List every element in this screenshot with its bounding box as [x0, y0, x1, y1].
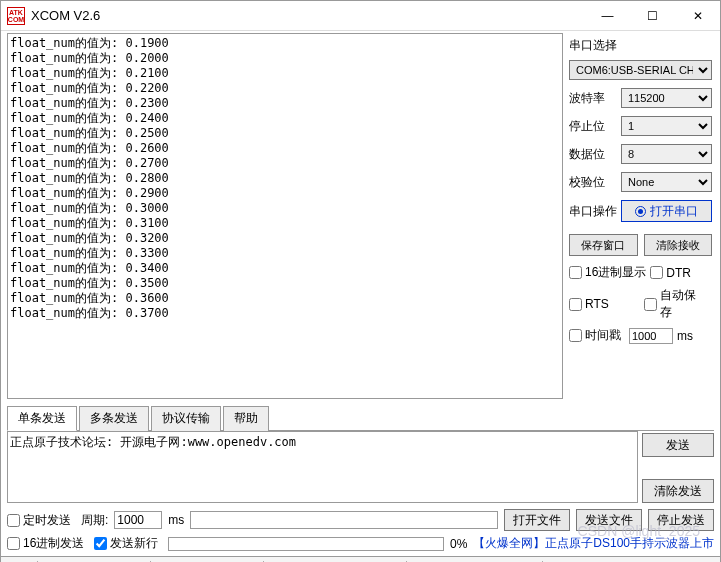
stopbit-select[interactable]: 1 [621, 116, 712, 136]
app-icon: ATKCOM [7, 7, 25, 25]
period-ms-label: ms [168, 513, 184, 527]
clear-recv-button[interactable]: 清除接收 [644, 234, 713, 256]
promo-link[interactable]: 【火爆全网】正点原子DS100手持示波器上市 [473, 535, 714, 552]
tab-multi-send[interactable]: 多条发送 [79, 406, 149, 431]
progress-percent: 0% [450, 537, 467, 551]
dtr-checkbox[interactable]: DTR [650, 264, 691, 281]
baud-label: 波特率 [569, 90, 617, 107]
timestamp-interval-input[interactable] [629, 328, 673, 344]
output-line: float_num的值为: 0.3000 [10, 201, 560, 216]
minimize-button[interactable]: — [585, 2, 630, 30]
file-path-input[interactable] [190, 511, 498, 529]
parity-select[interactable]: None [621, 172, 712, 192]
send-textarea[interactable]: 正点原子技术论坛: 开源电子网:www.openedv.com [7, 431, 638, 503]
period-label: 周期: [81, 512, 108, 529]
output-textarea[interactable]: float_num的值为: 0.1900float_num的值为: 0.2000… [7, 33, 563, 399]
output-line: float_num的值为: 0.3400 [10, 261, 560, 276]
autosave-checkbox[interactable]: 自动保存 [644, 287, 708, 321]
output-line: float_num的值为: 0.2600 [10, 141, 560, 156]
period-input[interactable] [114, 511, 162, 529]
output-line: float_num的值为: 0.2500 [10, 126, 560, 141]
maximize-button[interactable]: ☐ [630, 2, 675, 30]
hex-display-checkbox[interactable]: 16进制显示 [569, 264, 646, 281]
save-window-button[interactable]: 保存窗口 [569, 234, 638, 256]
send-newline-checkbox[interactable]: 发送新行 [94, 535, 158, 552]
output-line: float_num的值为: 0.3300 [10, 246, 560, 261]
progress-bar [168, 537, 444, 551]
output-line: float_num的值为: 0.2300 [10, 96, 560, 111]
output-line: float_num的值为: 0.2800 [10, 171, 560, 186]
send-button[interactable]: 发送 [642, 433, 714, 457]
timestamp-checkbox[interactable]: 时间戳 [569, 327, 621, 344]
port-op-label: 串口操作 [569, 203, 617, 220]
stopbit-label: 停止位 [569, 118, 617, 135]
hex-send-checkbox[interactable]: 16进制发送 [7, 535, 84, 552]
output-line: float_num的值为: 0.2700 [10, 156, 560, 171]
output-line: float_num的值为: 0.3100 [10, 216, 560, 231]
close-button[interactable]: ✕ [675, 2, 720, 30]
open-file-button[interactable]: 打开文件 [504, 509, 570, 531]
stop-send-button[interactable]: 停止发送 [648, 509, 714, 531]
output-line: float_num的值为: 0.1900 [10, 36, 560, 51]
output-line: float_num的值为: 0.2100 [10, 66, 560, 81]
output-line: float_num的值为: 0.2900 [10, 186, 560, 201]
timed-send-checkbox[interactable]: 定时发送 [7, 512, 71, 529]
port-status-icon [635, 206, 646, 217]
baud-select[interactable]: 115200 [621, 88, 712, 108]
output-line: float_num的值为: 0.2000 [10, 51, 560, 66]
send-file-button[interactable]: 发送文件 [576, 509, 642, 531]
output-line: float_num的值为: 0.2400 [10, 111, 560, 126]
output-line: float_num的值为: 0.2200 [10, 81, 560, 96]
rts-checkbox[interactable]: RTS [569, 287, 640, 321]
databit-select[interactable]: 8 [621, 144, 712, 164]
clear-send-button[interactable]: 清除发送 [642, 479, 714, 503]
output-line: float_num的值为: 0.3200 [10, 231, 560, 246]
port-section-title: 串口选择 [569, 37, 712, 54]
port-select[interactable]: COM6:USB-SERIAL CH340 [569, 60, 712, 80]
parity-label: 校验位 [569, 174, 617, 191]
output-line: float_num的值为: 0.3500 [10, 276, 560, 291]
open-port-button[interactable]: 打开串口 [621, 200, 712, 222]
window-title: XCOM V2.6 [31, 8, 585, 23]
tab-single-send[interactable]: 单条发送 [7, 406, 77, 431]
output-line: float_num的值为: 0.3600 [10, 291, 560, 306]
ms-label: ms [677, 329, 693, 343]
output-line: float_num的值为: 0.3700 [10, 306, 560, 321]
databit-label: 数据位 [569, 146, 617, 163]
tab-help[interactable]: 帮助 [223, 406, 269, 431]
tab-protocol[interactable]: 协议传输 [151, 406, 221, 431]
